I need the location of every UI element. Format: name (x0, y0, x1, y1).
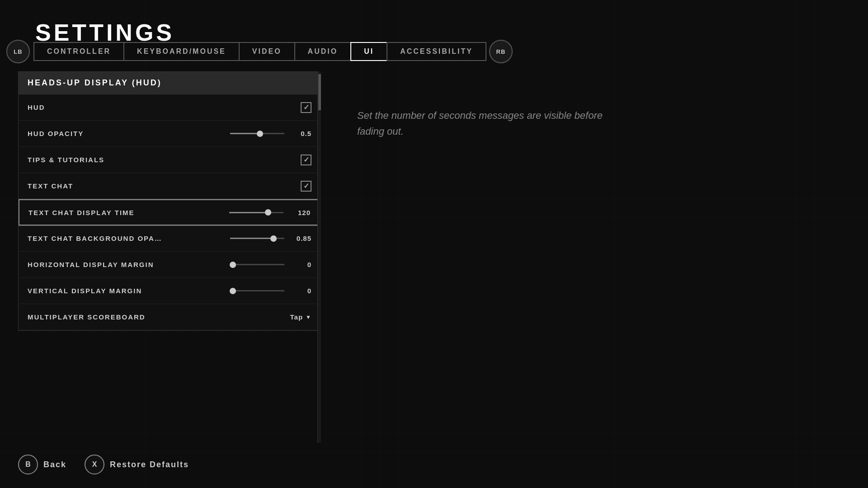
dropdown-multiplayer-scoreboard[interactable]: Tap▼ (290, 313, 311, 321)
settings-panel: HEADS-UP DISPLAY (HUD) HUDHUD OPACITY0.5… (18, 71, 321, 443)
setting-value-text-chat-bg-opacity: 0.85 (289, 235, 311, 242)
dropdown-arrow-icon: ▼ (306, 314, 311, 320)
tab-controller[interactable]: CONTROLLER (33, 42, 124, 61)
setting-label-horizontal-display-margin: HORIZONTAL DISPLAY MARGIN (28, 261, 230, 268)
section-header: HEADS-UP DISPLAY (HUD) (19, 72, 321, 94)
setting-value-horizontal-display-margin: 0 (289, 261, 311, 268)
setting-label-multiplayer-scoreboard: MULTIPLAYER SCOREBOARD (28, 313, 290, 321)
checkbox-hud[interactable] (301, 102, 311, 113)
tab-video[interactable]: VIDEO (239, 42, 295, 61)
slider-track-text-chat-bg-opacity[interactable] (230, 238, 284, 239)
settings-list: HEADS-UP DISPLAY (HUD) HUDHUD OPACITY0.5… (18, 71, 321, 331)
back-label: Back (43, 460, 66, 469)
slider-container-text-chat-bg-opacity: 0.85 (230, 235, 311, 242)
bottom-btn-back[interactable]: BBack (18, 455, 66, 474)
slider-thumb-horizontal-display-margin[interactable] (230, 262, 236, 268)
content-area: HEADS-UP DISPLAY (HUD) HUDHUD OPACITY0.5… (18, 71, 850, 443)
setting-row-hud-opacity[interactable]: HUD OPACITY0.5 (19, 121, 321, 147)
setting-row-horizontal-display-margin[interactable]: HORIZONTAL DISPLAY MARGIN0 (19, 252, 321, 278)
slider-container-vertical-display-margin: 0 (230, 287, 311, 295)
setting-label-text-chat: TEXT CHAT (28, 182, 301, 190)
setting-label-vertical-display-margin: VERTICAL DISPLAY MARGIN (28, 287, 230, 295)
setting-label-hud: HUD (28, 103, 301, 111)
setting-value-vertical-display-margin: 0 (289, 287, 311, 295)
slider-track-text-chat-display-time[interactable] (229, 212, 283, 213)
tab-keyboard-mouse[interactable]: KEYBOARD/MOUSE (123, 42, 240, 61)
setting-row-tips-tutorials[interactable]: TIPS & TUTORIALS (19, 147, 321, 173)
setting-label-text-chat-bg-opacity: TEXT CHAT BACKGROUND OPA… (28, 235, 230, 242)
slider-container-text-chat-display-time: 120 (229, 209, 311, 216)
tab-audio[interactable]: AUDIO (294, 42, 352, 61)
setting-row-vertical-display-margin[interactable]: VERTICAL DISPLAY MARGIN0 (19, 278, 321, 304)
setting-row-multiplayer-scoreboard[interactable]: MULTIPLAYER SCOREBOARDTap▼ (19, 304, 321, 330)
setting-label-tips-tutorials: TIPS & TUTORIALS (28, 156, 301, 164)
bottom-btn-restore-defaults[interactable]: XRestore Defaults (85, 455, 189, 474)
tab-ui[interactable]: UI (350, 42, 387, 61)
scroll-indicator[interactable] (317, 71, 321, 443)
setting-label-text-chat-display-time: TEXT CHAT DISPLAY TIME (28, 209, 229, 216)
scroll-thumb (318, 74, 321, 110)
slider-thumb-vertical-display-margin[interactable] (230, 288, 236, 294)
slider-container-hud-opacity: 0.5 (230, 130, 311, 137)
setting-label-hud-opacity: HUD OPACITY (28, 130, 230, 137)
setting-value-hud-opacity: 0.5 (289, 130, 311, 137)
restore-defaults-label: Restore Defaults (110, 460, 189, 469)
dropdown-value-multiplayer-scoreboard: Tap (290, 313, 303, 321)
slider-track-vertical-display-margin[interactable] (230, 290, 284, 291)
tab-accessibility[interactable]: ACCESSIBILITY (387, 42, 486, 61)
slider-container-horizontal-display-margin: 0 (230, 261, 311, 268)
screen: SETTINGS LB CONTROLLERKEYBOARD/MOUSEVIDE… (0, 0, 868, 488)
tabs-bar: LB CONTROLLERKEYBOARD/MOUSEVIDEOAUDIOUIA… (0, 40, 868, 63)
description-panel: Set the number of seconds messages are v… (339, 71, 850, 443)
setting-row-text-chat-bg-opacity[interactable]: TEXT CHAT BACKGROUND OPA…0.85 (19, 225, 321, 252)
description-text: Set the number of seconds messages are v… (357, 108, 628, 139)
restore-defaults-icon: X (85, 455, 104, 474)
setting-row-text-chat-display-time[interactable]: TEXT CHAT DISPLAY TIME120 (19, 199, 321, 225)
bottom-bar: BBackXRestore Defaults (18, 455, 189, 474)
setting-value-text-chat-display-time: 120 (288, 209, 311, 216)
checkbox-tips-tutorials[interactable] (301, 155, 311, 165)
slider-thumb-hud-opacity[interactable] (257, 131, 263, 137)
setting-row-hud[interactable]: HUD (19, 94, 321, 121)
slider-thumb-text-chat-bg-opacity[interactable] (270, 235, 277, 242)
slider-track-hud-opacity[interactable] (230, 133, 284, 134)
rb-button[interactable]: RB (489, 40, 513, 63)
back-icon: B (18, 455, 38, 474)
lb-button[interactable]: LB (6, 40, 30, 63)
setting-row-text-chat[interactable]: TEXT CHAT (19, 173, 321, 199)
tabs-list: CONTROLLERKEYBOARD/MOUSEVIDEOAUDIOUIACCE… (33, 42, 486, 61)
slider-track-horizontal-display-margin[interactable] (230, 264, 284, 265)
slider-thumb-text-chat-display-time[interactable] (265, 209, 271, 216)
checkbox-text-chat[interactable] (301, 181, 311, 192)
